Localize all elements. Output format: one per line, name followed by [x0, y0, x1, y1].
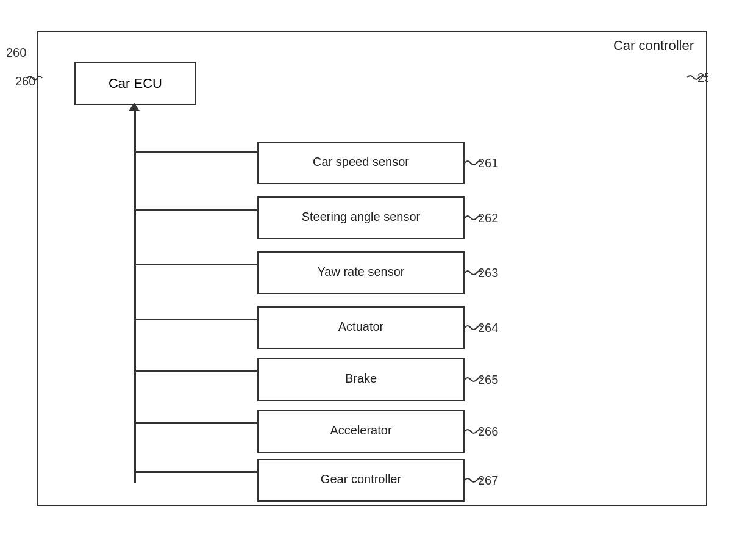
ref-267: 267 — [478, 474, 498, 487]
hline-1 — [134, 151, 257, 153]
wavy-6 — [465, 430, 483, 433]
ref-250-text: 250 — [697, 71, 708, 84]
wavy-3 — [465, 271, 483, 275]
wavy-250 — [687, 76, 705, 79]
wavy-7 — [465, 478, 483, 482]
diagram-container: Car controller Car ECU Car speed sensor … — [37, 31, 707, 506]
component-box-7 — [257, 459, 465, 502]
car-controller-label: Car controller — [613, 38, 694, 54]
hline-5 — [134, 370, 257, 372]
ref-264: 264 — [478, 321, 498, 334]
component-box-2 — [257, 196, 465, 239]
ref-263: 263 — [478, 266, 498, 279]
hline-2 — [134, 209, 257, 211]
wavy-260-icon — [27, 72, 43, 84]
component-box-3 — [257, 251, 465, 294]
ref-262: 262 — [478, 211, 498, 225]
ref-260: 260 — [6, 46, 26, 60]
ref-261: 261 — [478, 156, 498, 170]
hline-3 — [134, 264, 257, 265]
car-ecu-box: Car ECU — [74, 62, 196, 105]
hline-4 — [134, 319, 257, 320]
hline-7 — [134, 471, 257, 473]
ref-265: 265 — [478, 373, 498, 386]
wavy-5 — [465, 378, 483, 381]
hline-6 — [134, 422, 257, 424]
wavy-4 — [465, 326, 483, 330]
ref-266: 266 — [478, 425, 498, 438]
component-box-1 — [257, 142, 465, 184]
wavy-2 — [465, 216, 483, 220]
wavy-1 — [465, 161, 483, 165]
vertical-bus — [134, 105, 136, 483]
component-box-4 — [257, 306, 465, 349]
component-box-5 — [257, 358, 465, 401]
component-box-6 — [257, 410, 465, 453]
